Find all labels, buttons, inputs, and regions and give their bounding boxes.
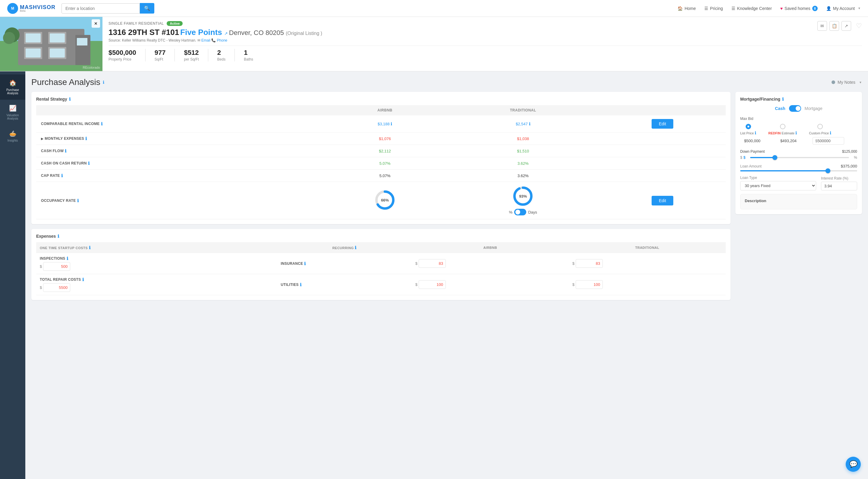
exp-col-airbnb: AIRBNB [412, 242, 569, 253]
income-trad-info[interactable]: ℹ [529, 121, 530, 126]
one-time-value-input[interactable] [43, 262, 70, 271]
dollar-unit-icon: $ [740, 155, 742, 160]
interest-rate-input[interactable] [821, 182, 857, 190]
exp-one-time-input-cell: $ [40, 262, 273, 271]
beds-value: 2 [217, 49, 225, 57]
rental-strategy-info-icon[interactable]: ℹ [69, 97, 70, 101]
bid-option-list-price[interactable]: List Price ℹ [740, 124, 756, 135]
down-payment-slider[interactable] [750, 157, 849, 158]
share-action-button[interactable]: ↗ [841, 21, 851, 31]
loan-type-group: Loan Type 30 years Fixed 15 years Fixed … [740, 175, 816, 190]
sidebar-item-purchase-analysis[interactable]: 🏠 Purchase Analysis [0, 74, 25, 100]
income-edit-button[interactable]: Edit [652, 119, 673, 129]
insights-icon: 🥧 [9, 130, 17, 137]
nav-my-account[interactable]: 👤 My Account ▼ [826, 6, 861, 11]
neighborhood-name: Five Points [180, 28, 224, 37]
sidebar-purchase-label: Purchase Analysis [2, 88, 23, 95]
property-actions: ✉ 📋 ↗ ♡ [817, 21, 862, 31]
svg-rect-10 [50, 49, 65, 58]
nav-knowledge-center[interactable]: ☰ Knowledge Center [732, 6, 772, 11]
bid-option-custom[interactable]: Custom Price ℹ [809, 124, 831, 135]
email-link[interactable]: Email [201, 38, 210, 42]
row-label-cash-on-cash-return: CASH ON CASH RETURN ℹ [41, 161, 318, 166]
occupancy-edit-cell: Edit [599, 182, 726, 219]
recurring-label-info[interactable]: ℹ [300, 282, 301, 287]
loan-type-label: Loan Type [740, 175, 816, 180]
sidebar-item-insights[interactable]: 🥧 Insights [0, 125, 25, 147]
account-chevron-icon: ▼ [858, 7, 861, 10]
occupancy-info-icon[interactable]: ℹ [77, 198, 79, 203]
exp-one-time-label: INSPECTIONS ℹ [40, 256, 68, 261]
row-trad-cell: 3.62% [447, 157, 599, 170]
search-button[interactable]: 🔍 [140, 3, 154, 13]
recurring-label-info[interactable]: ℹ [304, 261, 306, 266]
external-link-icon[interactable]: ↗ [224, 31, 228, 36]
row-info-icon[interactable]: ℹ [88, 161, 90, 166]
cap-info-icon[interactable]: ℹ [61, 173, 63, 178]
phone-link[interactable]: Phone [217, 38, 227, 42]
original-listing: (Original Listing ) [286, 31, 322, 36]
exp-label-info-icon[interactable]: ℹ [67, 256, 68, 261]
one-time-value-input[interactable] [43, 283, 70, 292]
phone-link-icon: 📞 [211, 38, 216, 42]
expenses-row-info-icon[interactable]: ℹ [85, 136, 87, 141]
loan-type-row: Loan Type 30 years Fixed 15 years Fixed … [740, 175, 857, 190]
loan-amount-section: Loan Amount $375,000 [740, 164, 857, 171]
svg-rect-12 [77, 38, 87, 45]
income-info-icon[interactable]: ℹ [101, 121, 102, 126]
sidebar: 🏠 Purchase Analysis 📈 Valuation Analysis… [0, 71, 25, 479]
recurring-airbnb-input[interactable] [418, 280, 446, 289]
favorite-button[interactable]: ♡ [856, 22, 862, 30]
custom-price-input-wrap: $ [812, 137, 844, 145]
row-airbnb-cell: $2,112 [323, 145, 447, 157]
occupancy-airbnb-cell: 66% [323, 182, 447, 219]
left-column: Rental Strategy ℹ AIRBNB TRADITIONAL [31, 92, 731, 305]
baths-label: Baths [244, 57, 253, 61]
rental-table-row: OCCUPANCY RATE ℹ 66% 93% [36, 182, 726, 219]
occupancy-edit-button[interactable]: Edit [652, 196, 673, 205]
recurring-trad-input[interactable] [576, 280, 603, 289]
purchase-info-icon[interactable]: ℹ [103, 80, 104, 85]
redfin-radio[interactable] [780, 124, 785, 129]
one-time-dollar: $ [40, 264, 42, 269]
nav-saved-homes[interactable]: ♥ Saved homes 8 [780, 6, 818, 11]
exp-col-one-time: ONE TIME STARTUP COSTS ℹ [36, 242, 277, 253]
save-action-button[interactable]: 📋 [830, 21, 839, 31]
traditional-occupancy-value: 93% [519, 194, 527, 198]
my-notes-button[interactable]: My Notes ▼ [832, 80, 862, 85]
nav-saved-homes-label: Saved homes [784, 6, 810, 11]
loan-type-select[interactable]: 30 years Fixed 15 years Fixed ARM [740, 181, 816, 190]
expand-image-button[interactable]: ✕ [92, 19, 100, 28]
cash-mortgage-toggle[interactable] [789, 105, 801, 112]
my-notes-label: My Notes [838, 80, 855, 85]
mortgage-info-icon[interactable]: ℹ [782, 97, 784, 101]
occupancy-toggle[interactable] [514, 209, 526, 215]
exp-traditional-cell: $ [569, 274, 726, 295]
chat-button[interactable]: 💬 [846, 457, 861, 472]
nav-pricing[interactable]: ☰ Pricing [704, 6, 723, 11]
recurring-airbnb-input[interactable] [418, 259, 446, 268]
custom-price-radio[interactable] [817, 124, 823, 129]
nav-home[interactable]: 🏠 Home [678, 6, 695, 11]
down-payment-section: Down Payment $125,000 $ $ [740, 150, 857, 160]
exp-airbnb-cell: $ [412, 274, 569, 295]
col-header-traditional: TRADITIONAL [447, 105, 599, 116]
saved-homes-badge: 8 [812, 6, 818, 11]
recurring-trad-input-cell: $ [572, 280, 722, 289]
expenses-info-icon[interactable]: ℹ [58, 234, 59, 238]
svg-rect-8 [50, 33, 65, 42]
bid-option-redfin[interactable]: REDFIN Estimate ℹ [768, 124, 797, 135]
down-payment-slider-row: $ $ % [740, 155, 857, 160]
row-info-icon[interactable]: ℹ [65, 149, 66, 153]
recurring-info-icon[interactable]: ℹ [355, 245, 356, 250]
search-input[interactable] [61, 3, 140, 13]
email-action-button[interactable]: ✉ [817, 21, 827, 31]
list-price-radio[interactable] [746, 124, 751, 129]
income-airbnb-info[interactable]: ℹ [391, 121, 392, 126]
custom-price-input[interactable] [817, 138, 841, 143]
exp-label-info-icon[interactable]: ℹ [82, 277, 84, 282]
one-time-info-icon[interactable]: ℹ [89, 245, 91, 250]
loan-amount-slider[interactable] [740, 170, 857, 171]
recurring-trad-input[interactable] [576, 259, 603, 268]
sidebar-item-valuation-analysis[interactable]: 📈 Valuation Analysis [0, 100, 25, 125]
